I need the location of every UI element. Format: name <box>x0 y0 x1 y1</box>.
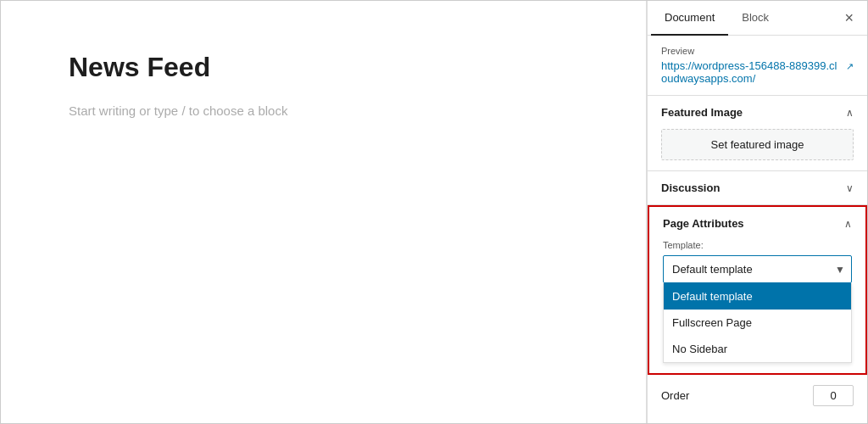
tab-document[interactable]: Document <box>651 1 728 36</box>
block-placeholder: Start writing or type / to choose a bloc… <box>69 103 578 118</box>
tab-block[interactable]: Block <box>728 1 782 36</box>
preview-section: Preview https://wordpress-156488-889399.… <box>648 36 867 96</box>
template-select[interactable]: Default template Fullscreen Page No Side… <box>663 255 852 283</box>
discussion-header[interactable]: Discussion ∨ <box>661 181 854 194</box>
featured-image-header[interactable]: Featured Image ∧ <box>661 106 854 119</box>
discussion-section: Discussion ∨ <box>648 171 867 205</box>
preview-link-text: https://wordpress-156488-889399.cloudway… <box>661 59 843 85</box>
preview-link[interactable]: https://wordpress-156488-889399.cloudway… <box>661 59 854 85</box>
discussion-title: Discussion <box>661 181 720 194</box>
template-select-wrapper: Default template Fullscreen Page No Side… <box>663 255 852 283</box>
featured-image-title: Featured Image <box>661 106 743 119</box>
page-title: News Feed <box>69 52 578 83</box>
sidebar: Document Block × Preview https://wordpre… <box>647 1 867 423</box>
dropdown-option-fullscreen[interactable]: Fullscreen Page <box>664 310 851 336</box>
order-label: Order <box>661 389 689 402</box>
external-link-icon: ↗ <box>846 61 854 72</box>
discussion-chevron: ∨ <box>846 182 854 194</box>
close-button[interactable]: × <box>834 3 864 32</box>
main-editor: News Feed Start writing or type / to cho… <box>1 1 647 423</box>
preview-label: Preview <box>661 46 854 56</box>
sidebar-header: Document Block × <box>648 1 867 36</box>
dropdown-option-no-sidebar[interactable]: No Sidebar <box>664 336 851 362</box>
dropdown-option-default[interactable]: Default template <box>664 283 851 310</box>
featured-image-chevron: ∧ <box>846 107 854 119</box>
page-attributes-section: Page Attributes ∧ Template: Default temp… <box>648 205 867 375</box>
dropdown-options: Default template Fullscreen Page No Side… <box>663 283 852 363</box>
app-window: News Feed Start writing or type / to cho… <box>0 0 868 424</box>
set-featured-image-button[interactable]: Set featured image <box>661 129 854 160</box>
page-attributes-chevron: ∧ <box>844 218 852 230</box>
template-label: Template: <box>663 240 852 250</box>
page-attributes-header[interactable]: Page Attributes ∧ <box>663 217 852 230</box>
featured-image-section: Featured Image ∧ Set featured image <box>648 96 867 171</box>
order-input[interactable] <box>813 385 854 406</box>
order-section: Order <box>648 375 867 416</box>
page-attributes-title: Page Attributes <box>663 217 744 230</box>
